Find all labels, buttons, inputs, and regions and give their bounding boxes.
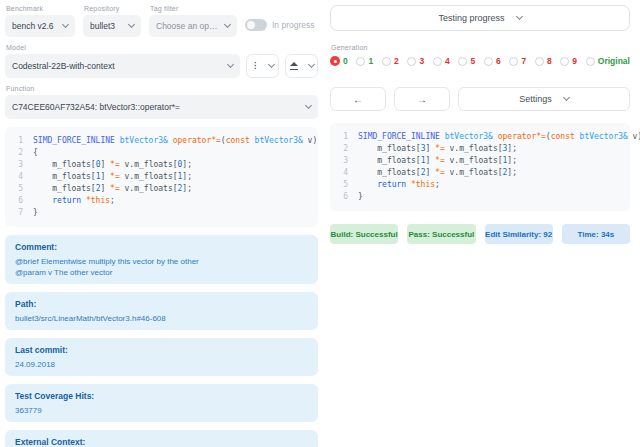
code-line: 4 m_floats[2] *= v.m_floats[2]; (338, 167, 622, 179)
generation-option-label: 3 (419, 56, 424, 66)
radio-icon (458, 57, 467, 66)
code-line: 4 m_floats[1] *= v.m_floats[1]; (13, 171, 310, 183)
line-number: 5 (338, 179, 348, 191)
benchmark-value: bench v2.6 (12, 21, 54, 31)
more-actions-button[interactable]: ⋮ (246, 54, 279, 78)
code-line: 3 m_floats[1] *= v.m_floats[1]; (338, 155, 622, 167)
generation-option-0[interactable]: 0 (330, 56, 348, 66)
panel-title: Last commit: (15, 344, 308, 357)
info-panel-comment: Comment:@brief Elementwise multiply this… (5, 235, 318, 284)
code-text: m_floats[0] *= v.m_floats[0]; (33, 159, 192, 171)
radio-icon (535, 57, 544, 66)
line-number: 2 (13, 147, 23, 159)
model-select[interactable]: Codestral-22B-with-context (5, 54, 240, 78)
model-value: Codestral-22B-with-context (12, 61, 115, 71)
radio-icon (484, 57, 493, 66)
next-button[interactable]: → (394, 87, 450, 111)
compare-toolbar: ← → Settings (330, 87, 630, 111)
chevron-down-icon (563, 94, 570, 101)
generation-option-4[interactable]: 4 (433, 56, 450, 66)
generation-option-6[interactable]: 6 (484, 56, 501, 66)
testing-progress-label: Testing progress (438, 13, 504, 23)
code-text: SIMD_FORCE_INLINE btVector3& operator*=(… (33, 135, 317, 147)
radio-icon (586, 57, 595, 66)
info-panel-external-context: External Context:suffix: 0, same_file: 0… (5, 430, 318, 447)
code-line: 5 return *this; (338, 179, 622, 191)
line-number: 4 (13, 171, 23, 183)
panel-line: 24.09.2018 (15, 359, 308, 370)
settings-label: Settings (519, 94, 552, 104)
model-field: Model Codestral-22B-with-context ⋮ (5, 44, 318, 78)
tag-filter-select[interactable]: Choose an option (149, 15, 237, 37)
radio-icon (433, 57, 442, 66)
badge-build: Build: Successful (330, 224, 398, 244)
benchmark-select[interactable]: bench v2.6 (5, 15, 75, 37)
panel-line: bullet3/src/LinearMath/btVector3.h#46-60… (15, 313, 308, 324)
code-line: 2 m_floats[3] *= v.m_floats[3]; (338, 143, 622, 155)
code-line: 1SIMD_FORCE_INLINE btVector3& operator*=… (13, 135, 310, 147)
line-number: 3 (338, 155, 348, 167)
function-label: Function (6, 85, 318, 92)
panel-title: External Context: (15, 436, 308, 447)
generation-option-original[interactable]: Original (586, 56, 630, 66)
panel-line: @param v The other vector (15, 267, 308, 278)
generation-option-5[interactable]: 5 (458, 56, 475, 66)
in-progress-toggle[interactable]: In progress (245, 19, 315, 31)
line-number: 6 (13, 195, 23, 207)
code-line: 5 m_floats[2] *= v.m_floats[2]; (13, 183, 310, 195)
generation-option-2[interactable]: 2 (382, 56, 399, 66)
radio-icon (407, 57, 416, 66)
code-line: 1SIMD_FORCE_INLINE btVector3& operator*=… (338, 131, 622, 143)
chevron-down-icon (227, 61, 234, 68)
code-line: 6 return *this; (13, 195, 310, 207)
code-text: return *this; (33, 195, 115, 207)
code-text: m_floats[1] *= v.m_floats[1]; (358, 155, 517, 167)
code-text: { (33, 147, 38, 159)
prev-button[interactable]: ← (330, 87, 386, 111)
line-number: 1 (338, 131, 348, 143)
chevron-down-icon (515, 13, 522, 20)
generation-option-label: 9 (572, 56, 577, 66)
line-number: 7 (13, 207, 23, 219)
generation-label: Generation (331, 44, 630, 51)
benchmark-field: Benchmark bench v2.6 (5, 3, 75, 37)
code-text: m_floats[2] *= v.m_floats[2]; (358, 167, 517, 179)
chevron-down-icon (224, 21, 231, 28)
testing-progress-button[interactable]: Testing progress (330, 5, 630, 31)
code-line: 7} (13, 207, 310, 219)
tag-filter-field: Tag filter Choose an option (149, 3, 237, 37)
generation-option-label: Original (598, 56, 630, 66)
filter-row: Benchmark bench v2.6 Repository bullet3 … (5, 3, 318, 37)
chevron-down-icon (305, 102, 312, 109)
function-select[interactable]: C74CEE60AF732A54: btVector3::operator*= (5, 95, 318, 119)
settings-button[interactable]: Settings (458, 87, 630, 111)
chevron-down-icon (128, 21, 135, 28)
generation-option-label: 0 (343, 56, 348, 66)
generation-option-label: 2 (394, 56, 399, 66)
code-text: m_floats[3] *= v.m_floats[3]; (358, 143, 517, 155)
badge-edit-similarity: Edit Similarity: 92 (485, 224, 553, 244)
code-text: m_floats[1] *= v.m_floats[1]; (33, 171, 192, 183)
generation-option-7[interactable]: 7 (509, 56, 526, 66)
kebab-icon: ⋮ (251, 62, 259, 70)
repository-select[interactable]: bullet3 (83, 15, 141, 37)
export-button[interactable] (285, 54, 318, 78)
line-number: 4 (338, 167, 348, 179)
generation-option-1[interactable]: 1 (356, 56, 373, 66)
function-field: Function C74CEE60AF732A54: btVector3::op… (5, 85, 318, 119)
right-column: Testing progress Generation 0123456789Or… (322, 0, 640, 447)
toggle-icon[interactable] (245, 19, 267, 31)
generation-option-label: 8 (547, 56, 552, 66)
line-number: 3 (13, 159, 23, 171)
left-column: Benchmark bench v2.6 Repository bullet3 … (0, 0, 322, 447)
generation-option-8[interactable]: 8 (535, 56, 552, 66)
code-text: SIMD_FORCE_INLINE btVector3& operator*=(… (358, 131, 640, 143)
function-value: C74CEE60AF732A54: btVector3::operator*= (12, 102, 180, 112)
generation-option-3[interactable]: 3 (407, 56, 424, 66)
generation-option-9[interactable]: 9 (560, 56, 577, 66)
chevron-down-icon (62, 21, 69, 28)
info-panel-test-coverage-hits: Test Coverage Hits:363779 (5, 384, 318, 422)
line-number: 1 (13, 135, 23, 147)
code-text: return *this; (358, 179, 440, 191)
code-line: 6} (338, 191, 622, 203)
